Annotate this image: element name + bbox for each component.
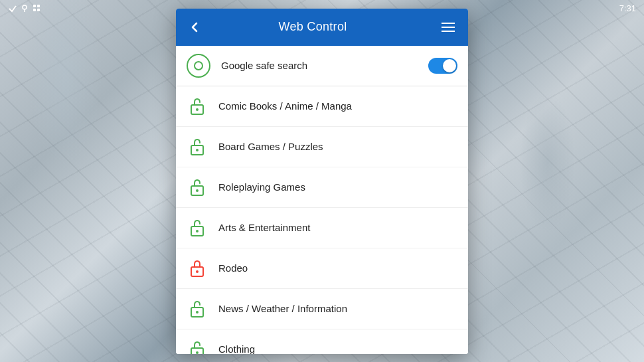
safe-search-label: Google safe search <box>221 60 428 71</box>
list-item[interactable]: Board Games / Puzzles <box>176 127 468 167</box>
lock-icon-comic-books <box>187 96 208 117</box>
app-icon <box>32 3 41 13</box>
item-label-arts: Arts & Entertainment <box>218 222 457 233</box>
lock-icon-arts <box>187 217 208 238</box>
lock-icon-news <box>187 298 208 319</box>
item-label-roleplaying: Roleplaying Games <box>218 181 457 193</box>
item-label-clothing: Clothing <box>218 343 457 354</box>
lock-icon-clothing <box>187 339 208 354</box>
svg-point-13 <box>196 230 199 232</box>
category-list: Comic Books / Anime / Manga Board Games … <box>176 86 468 354</box>
list-item[interactable]: Clothing <box>176 329 468 354</box>
svg-point-19 <box>196 351 199 354</box>
back-arrow-icon <box>187 19 202 35</box>
status-bar-left-icons <box>8 3 41 13</box>
lock-icon-roleplaying <box>187 177 208 198</box>
svg-point-0 <box>23 5 27 9</box>
header-title: Web Control <box>208 20 418 34</box>
list-item[interactable]: Comic Books / Anime / Manga <box>176 86 468 127</box>
svg-point-11 <box>196 189 199 192</box>
hamburger-line-2 <box>442 27 455 28</box>
item-label-rodeo: Rodeo <box>218 262 457 274</box>
checkmark-icon <box>8 3 17 13</box>
safe-search-row[interactable]: Google safe search <box>176 46 468 86</box>
lock-icon-board-games <box>187 136 208 157</box>
list-item[interactable]: Roleplaying Games <box>176 167 468 208</box>
back-button[interactable] <box>187 17 208 38</box>
svg-rect-4 <box>33 9 36 11</box>
menu-button[interactable] <box>439 20 457 35</box>
lock-icon-rodeo <box>187 258 208 279</box>
location-icon <box>20 3 29 13</box>
svg-point-9 <box>196 149 199 151</box>
toggle-knob <box>443 59 456 72</box>
svg-point-15 <box>196 270 199 273</box>
list-item[interactable]: Arts & Entertainment <box>176 208 468 248</box>
hamburger-line-3 <box>442 31 455 32</box>
item-label-comic-books: Comic Books / Anime / Manga <box>218 100 457 112</box>
status-bar: 7:31 <box>0 0 644 16</box>
svg-rect-3 <box>37 5 40 7</box>
status-bar-right: 7:31 <box>619 3 636 13</box>
list-item[interactable]: News / Weather / Information <box>176 289 468 329</box>
item-label-news: News / Weather / Information <box>218 303 457 314</box>
phone-frame: Web Control Google safe search <box>176 9 468 354</box>
svg-point-17 <box>196 311 199 314</box>
content-area: Google safe search Comic Books / Anime /… <box>176 46 468 354</box>
circle-inner <box>194 61 203 70</box>
safe-search-icon <box>187 54 210 78</box>
svg-rect-2 <box>33 5 36 7</box>
list-item[interactable]: Rodeo <box>176 248 468 289</box>
hamburger-line-1 <box>442 23 455 24</box>
svg-point-7 <box>196 108 199 111</box>
svg-rect-5 <box>37 9 40 11</box>
safe-search-toggle[interactable] <box>428 58 457 74</box>
time-display: 7:31 <box>619 3 636 13</box>
item-label-board-games: Board Games / Puzzles <box>218 141 457 152</box>
